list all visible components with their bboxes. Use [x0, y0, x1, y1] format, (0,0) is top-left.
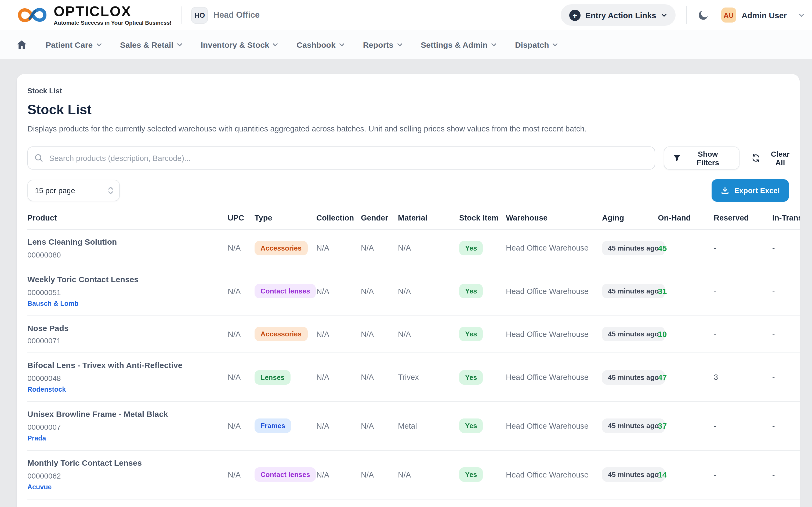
- stock-item-cell: Yes: [459, 370, 506, 384]
- brand-link[interactable]: Bausch & Lomb: [28, 300, 79, 307]
- stock-item-cell: Yes: [459, 467, 506, 482]
- nav-item-sales-retail[interactable]: Sales & Retail: [120, 40, 182, 49]
- table-row[interactable]: Weekly Toric Contact Lenses00000051Bausc…: [28, 267, 800, 316]
- upc-value: N/A: [228, 330, 255, 339]
- refresh-icon: [751, 154, 760, 163]
- product-code: 00000051: [28, 288, 223, 296]
- entry-action-links-label: Entry Action Links: [586, 10, 656, 19]
- type-badge: Frames: [255, 419, 291, 433]
- brand-link[interactable]: Acuvue: [28, 483, 52, 491]
- in-transit-value: -: [772, 330, 800, 339]
- office-initials-badge: HO: [192, 7, 208, 23]
- chevron-down-icon: [397, 42, 403, 48]
- stock-item-cell: Yes: [459, 284, 506, 298]
- office-selector[interactable]: HO Head Office: [192, 7, 260, 23]
- per-page-select[interactable]: 15 per page: [28, 180, 120, 201]
- table-row[interactable]: Nose Pads00000071N/AAccessoriesN/AN/AN/A…: [28, 316, 800, 353]
- search-box: [28, 147, 655, 170]
- dark-mode-toggle[interactable]: [698, 9, 709, 21]
- on-hand-value: 45: [658, 243, 714, 253]
- search-input[interactable]: [48, 153, 648, 163]
- aging-badge: 45 minutes ago: [602, 370, 665, 384]
- nav-item-reports[interactable]: Reports: [363, 40, 403, 49]
- export-excel-button[interactable]: Export Excel: [712, 179, 789, 202]
- nav-home-button[interactable]: [16, 39, 28, 50]
- brand-link[interactable]: Rodenstock: [28, 386, 66, 393]
- material-value: Metal: [398, 422, 459, 430]
- type-cell: Frames: [255, 419, 316, 433]
- collection-value: N/A: [316, 422, 361, 430]
- warehouse-value: Head Office Warehouse: [506, 470, 602, 479]
- warehouse-value: Head Office Warehouse: [506, 422, 602, 430]
- table-row[interactable]: Lens Cleaning Solution00000080N/AAccesso…: [28, 230, 800, 267]
- clear-all-button[interactable]: Clear All: [747, 147, 800, 170]
- type-badge: Accessories: [255, 241, 307, 256]
- search-row: Show Filters Clear All: [28, 147, 800, 170]
- main-nav: Patient CareSales & RetailInventory & St…: [0, 30, 812, 59]
- reserved-value: -: [714, 244, 772, 252]
- entry-action-links-button[interactable]: + Entry Action Links: [561, 4, 675, 26]
- search-icon: [34, 154, 43, 163]
- nav-item-cashbook[interactable]: Cashbook: [297, 40, 345, 49]
- collection-value: N/A: [316, 287, 361, 295]
- moon-icon: [698, 9, 709, 21]
- on-hand-value: 10: [658, 330, 714, 339]
- download-icon: [721, 186, 729, 195]
- type-cell: Accessories: [255, 327, 316, 341]
- column-header-product: Product: [28, 214, 228, 222]
- stock-list-card: Stock List Stock List Displays products …: [17, 74, 800, 507]
- table-row[interactable]: Bifocal Lens - Trivex with Anti-Reflecti…: [28, 353, 800, 402]
- aging-badge: 45 minutes ago: [602, 467, 665, 482]
- nav-item-label: Patient Care: [46, 40, 93, 49]
- show-filters-button[interactable]: Show Filters: [663, 147, 739, 170]
- type-cell: Contact lenses: [255, 284, 316, 298]
- type-badge: Contact lenses: [255, 467, 316, 482]
- type-badge: Accessories: [255, 327, 307, 341]
- product-cell: Weekly Toric Contact Lenses00000051Bausc…: [28, 275, 228, 308]
- aging-cell: 45 minutes ago: [602, 370, 658, 384]
- filter-icon: [673, 154, 681, 162]
- office-name: Head Office: [213, 10, 260, 20]
- brand-link[interactable]: Prada: [28, 435, 46, 442]
- table-row[interactable]: Monthly Toric Contact Lenses00000062Acuv…: [28, 451, 800, 500]
- plus-icon: +: [569, 9, 580, 21]
- nav-item-settings-admin[interactable]: Settings & Admin: [421, 40, 497, 49]
- table-body: Lens Cleaning Solution00000080N/AAccesso…: [28, 230, 800, 507]
- nav-item-patient-care[interactable]: Patient Care: [46, 40, 102, 49]
- nav-item-label: Settings & Admin: [421, 40, 488, 49]
- brand-tagline: Automate Success in Your Optical Busines…: [54, 20, 171, 26]
- product-cell: Unisex Browline Frame - Metal Black00000…: [28, 409, 228, 443]
- upc-value: N/A: [228, 422, 255, 430]
- product-cell: Monthly Toric Contact Lenses00000062Acuv…: [28, 458, 228, 492]
- clear-all-label: Clear All: [765, 150, 796, 167]
- type-badge: Contact lenses: [255, 284, 316, 298]
- stock-item-cell: Yes: [459, 327, 506, 341]
- product-name: Weekly Toric Contact Lenses: [28, 275, 223, 285]
- product-cell: Nose Pads00000071: [28, 323, 228, 345]
- aging-cell: 45 minutes ago: [602, 419, 658, 433]
- gender-value: N/A: [361, 422, 398, 430]
- chevron-down-icon: [552, 42, 558, 48]
- brand-logo[interactable]: OPTICLOX Automate Success in Your Optica…: [16, 4, 171, 26]
- table-row[interactable]: Reading Lens - High-Index 1.74 with Phot…: [28, 499, 800, 507]
- table-row[interactable]: Unisex Browline Frame - Metal Black00000…: [28, 402, 800, 451]
- nav-item-inventory-stock[interactable]: Inventory & Stock: [201, 40, 278, 49]
- column-header-warehouse: Warehouse: [506, 214, 602, 222]
- gender-value: N/A: [361, 287, 398, 295]
- user-name: Admin User: [742, 10, 787, 19]
- stock-item-cell: Yes: [459, 241, 506, 256]
- nav-item-label: Inventory & Stock: [201, 40, 269, 49]
- stock-item-cell: Yes: [459, 419, 506, 433]
- nav-item-dispatch[interactable]: Dispatch: [515, 40, 558, 49]
- on-hand-value: 47: [658, 373, 714, 382]
- user-menu[interactable]: AU Admin User: [721, 7, 805, 22]
- product-name: Unisex Browline Frame - Metal Black: [28, 409, 223, 419]
- type-cell: Lenses: [255, 370, 316, 384]
- column-header-stock-item: Stock Item: [459, 214, 506, 222]
- home-icon: [16, 39, 28, 50]
- brand-infinity-icon: [16, 4, 48, 26]
- column-header-in-transit: In-Transit: [772, 214, 800, 222]
- warehouse-value: Head Office Warehouse: [506, 244, 602, 252]
- upc-value: N/A: [228, 287, 255, 295]
- topbar-right: + Entry Action Links AU Admin User: [561, 4, 805, 26]
